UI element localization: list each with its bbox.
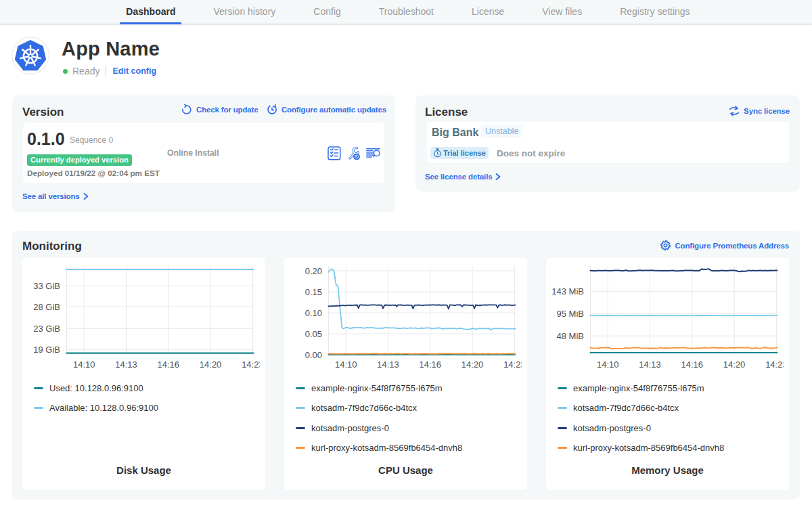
svg-text:14:16: 14:16 [420,359,442,370]
svg-text:0.00: 0.00 [305,350,322,360]
svg-text:14:23: 14:23 [765,359,784,370]
svg-text:0.10: 0.10 [305,308,322,318]
svg-text:14:10: 14:10 [597,359,619,370]
svg-text:0.05: 0.05 [305,329,322,339]
svg-text:19 GiB: 19 GiB [33,345,60,355]
svg-text:14:23: 14:23 [242,359,260,370]
svg-text:14:13: 14:13 [639,359,661,370]
svg-text:143 MiB: 143 MiB [551,286,584,297]
svg-text:14:20: 14:20 [200,359,222,370]
svg-text:14:13: 14:13 [115,359,137,370]
svg-text:14:16: 14:16 [681,359,704,370]
svg-text:33 GiB: 33 GiB [33,281,60,291]
svg-text:14:16: 14:16 [158,359,180,370]
svg-text:14:20: 14:20 [723,359,746,370]
svg-text:28 GiB: 28 GiB [33,302,60,312]
svg-text:14:13: 14:13 [377,359,399,370]
svg-text:14:23: 14:23 [503,359,522,370]
svg-text:48 MiB: 48 MiB [557,331,584,341]
svg-text:0.20: 0.20 [305,266,322,276]
svg-text:23 GiB: 23 GiB [33,324,60,334]
svg-text:14:10: 14:10 [335,359,357,370]
svg-text:14:10: 14:10 [73,359,95,370]
svg-text:0.15: 0.15 [305,287,322,297]
svg-text:95 MiB: 95 MiB [557,309,584,319]
svg-text:14:20: 14:20 [461,359,484,370]
